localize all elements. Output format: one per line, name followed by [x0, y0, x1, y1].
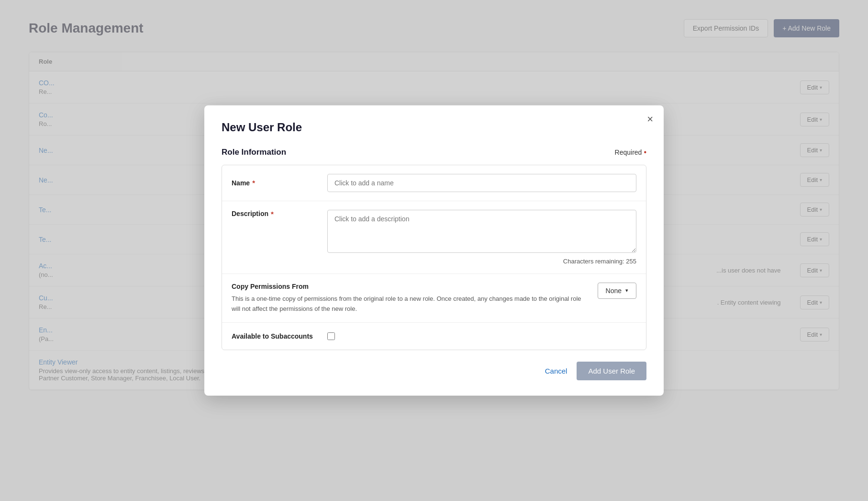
- required-dot-icon: •: [644, 148, 646, 157]
- name-field-container: [327, 174, 636, 192]
- description-label: Description *: [232, 210, 327, 218]
- name-label: Name *: [232, 179, 327, 187]
- copy-permissions-select[interactable]: None ▾: [598, 283, 636, 299]
- new-user-role-modal: × New User Role Role Information Require…: [204, 105, 664, 396]
- role-info-form: Name * Description * Characters remainin…: [222, 165, 646, 351]
- copy-permissions-row: Copy Permissions From This is a one-time…: [222, 274, 646, 323]
- copy-permissions-title: Copy Permissions From: [232, 283, 588, 290]
- close-button[interactable]: ×: [647, 114, 653, 125]
- subaccounts-checkbox[interactable]: [327, 332, 335, 340]
- description-field-container: Characters remaining: 255: [327, 210, 636, 265]
- copy-permissions-desc: This is a one-time copy of permissions f…: [232, 294, 588, 314]
- cancel-button[interactable]: Cancel: [543, 362, 569, 380]
- modal-footer: Cancel Add User Role: [222, 362, 646, 380]
- name-required-indicator: *: [252, 179, 255, 187]
- modal-overlay: × New User Role Role Information Require…: [0, 0, 868, 501]
- description-field-row: Description * Characters remaining: 255: [222, 201, 646, 274]
- subaccounts-row: Available to Subaccounts: [222, 323, 646, 350]
- section-header: Role Information Required •: [222, 148, 646, 157]
- description-textarea[interactable]: [327, 210, 636, 253]
- char-remaining-text: Characters remaining: 255: [327, 258, 636, 265]
- modal-title: New User Role: [222, 121, 646, 134]
- section-title: Role Information: [222, 148, 286, 157]
- subaccounts-label: Available to Subaccounts: [232, 332, 327, 340]
- required-label: Required •: [615, 148, 646, 157]
- add-user-role-button[interactable]: Add User Role: [577, 362, 646, 380]
- name-input[interactable]: [327, 174, 636, 192]
- name-field-row: Name *: [222, 165, 646, 201]
- chevron-down-icon: ▾: [625, 287, 628, 294]
- description-required-indicator: *: [271, 210, 274, 218]
